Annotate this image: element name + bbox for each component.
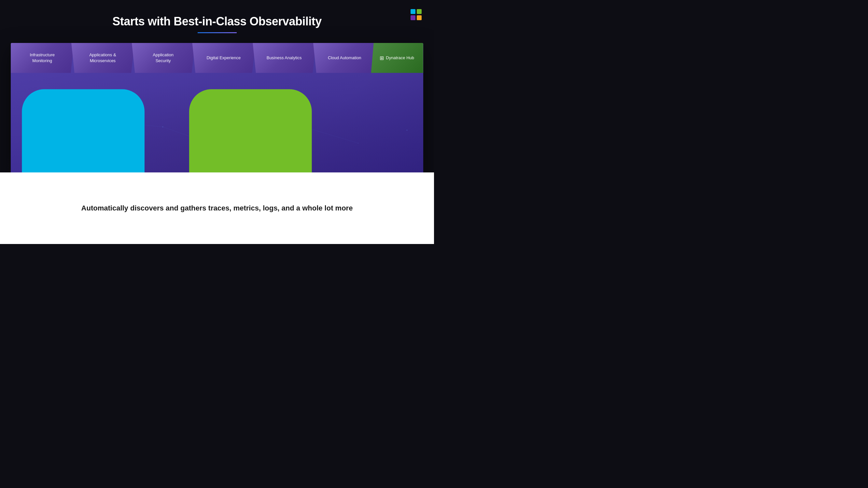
svg-rect-3 [417,9,422,14]
card-cloud-label: Cloud Automation [328,55,362,61]
dynatrace-logo [408,6,424,23]
bottom-section: Automatically discovers and gathers trac… [0,172,434,244]
main-title: Starts with Best-in-Class Observability [0,0,434,28]
card-appsecurity: ApplicationSecurity [132,43,195,73]
platform-area: InfrastructureMonitoring Applications &M… [11,43,423,172]
bottom-text: Automatically discovers and gathers trac… [82,204,353,213]
card-hub[interactable]: ⊞ Dynatrace Hub [371,43,423,73]
svg-rect-6 [22,90,145,172]
title-underline [198,32,237,33]
card-business-label: Business Analytics [267,55,302,61]
dynatrace-icon [11,78,323,172]
card-appsecurity-label: ApplicationSecurity [153,52,174,64]
card-hub-label: Dynatrace Hub [386,55,414,61]
platform-base: InfrastructureMonitoring Applications &M… [11,43,423,172]
card-digital-label: Digital Experience [207,55,241,61]
svg-rect-4 [410,15,415,20]
card-applications: Applications &Microservices [71,43,134,73]
card-infrastructure: InfrastructureMonitoring [11,43,74,73]
platform-info: dynatrace Software Intelligence Platform… [11,73,423,172]
card-infrastructure-label: InfrastructureMonitoring [30,52,55,64]
svg-rect-5 [417,15,422,20]
card-digital: Digital Experience [192,43,255,73]
card-business: Business Analytics [253,43,316,73]
hub-icon: ⊞ [380,55,384,61]
platform-logo-row: dynatrace Software Intelligence Platform [11,78,423,172]
card-cloud: Cloud Automation [313,43,376,73]
cards-row: InfrastructureMonitoring Applications &M… [11,43,423,73]
svg-rect-2 [410,9,415,14]
svg-rect-7 [189,90,312,172]
card-applications-label: Applications &Microservices [89,52,116,64]
